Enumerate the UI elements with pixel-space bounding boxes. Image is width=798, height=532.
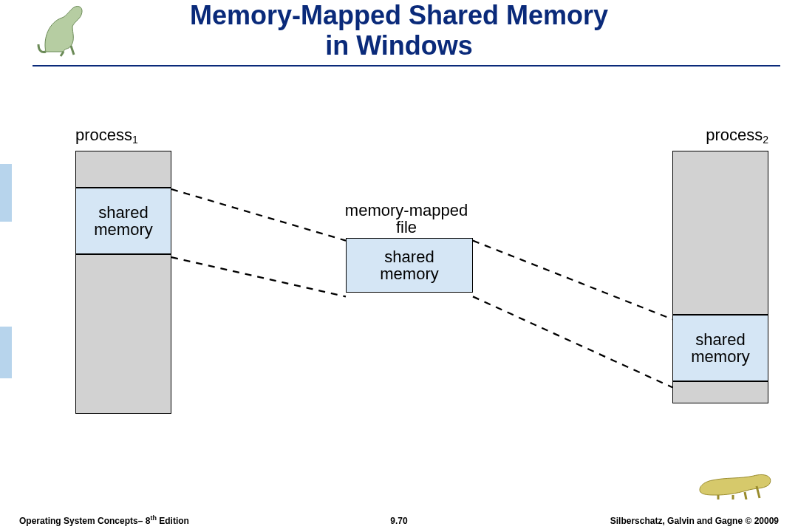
slide: Memory-Mapped Shared Memory in Windows p… bbox=[0, 0, 798, 532]
dinosaur-icon bbox=[696, 463, 777, 499]
sidebar-accent-bottom bbox=[0, 327, 12, 378]
svg-line-0 bbox=[171, 189, 346, 241]
center-shared-box: shared memory bbox=[346, 238, 473, 293]
text: shared memory bbox=[94, 204, 152, 238]
process1-label: process1 bbox=[75, 126, 138, 145]
svg-line-1 bbox=[171, 257, 346, 296]
page-title: Memory-Mapped Shared Memory in Windows bbox=[0, 0, 798, 61]
text: Silberschatz, Galvin and Gagne © 20009 bbox=[610, 516, 779, 526]
text: process bbox=[75, 126, 132, 144]
svg-line-3 bbox=[473, 296, 672, 387]
p2-block-top bbox=[672, 151, 768, 315]
sidebar-accent-top bbox=[0, 164, 12, 222]
mmfile-label: memory-mapped file bbox=[325, 185, 488, 236]
title-line2: in Windows bbox=[325, 30, 473, 61]
p2-shared-region: shared memory bbox=[672, 315, 768, 381]
p1-shared-region: shared memory bbox=[75, 188, 171, 254]
title-line1: Memory-Mapped Shared Memory bbox=[190, 0, 608, 30]
footer-right: Silberschatz, Galvin and Gagne © 20009 bbox=[610, 516, 779, 526]
footer: Operating System Concepts– 8th Edition 9… bbox=[0, 510, 798, 526]
svg-line-2 bbox=[473, 241, 672, 319]
p2-block-bottom bbox=[672, 381, 768, 403]
p1-block-bottom bbox=[75, 254, 171, 414]
subscript: 1 bbox=[132, 134, 138, 146]
text: 9.70 bbox=[390, 516, 407, 526]
p1-block-top bbox=[75, 151, 171, 188]
text: shared memory bbox=[380, 248, 438, 282]
process2-label: process2 bbox=[706, 126, 768, 145]
text: process bbox=[706, 126, 763, 144]
subscript: 2 bbox=[763, 134, 768, 146]
diagram: process1 process2 shared memory shared m… bbox=[44, 126, 783, 443]
text: shared memory bbox=[691, 331, 749, 365]
title-underline bbox=[33, 65, 780, 66]
text: memory-mapped file bbox=[345, 201, 468, 236]
